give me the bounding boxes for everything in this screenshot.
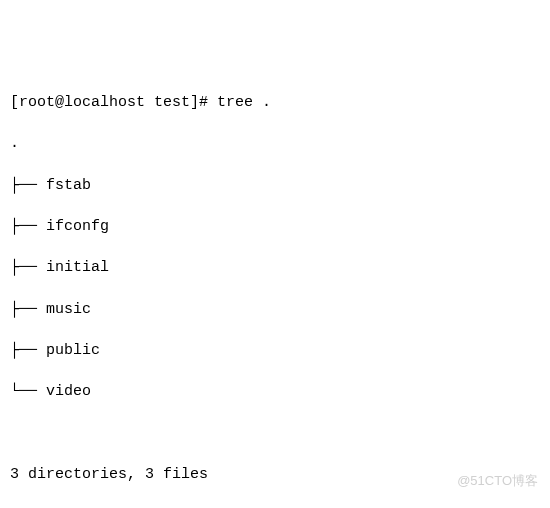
tree1-entry-fstab: ├── fstab bbox=[10, 176, 540, 197]
command-1: tree . bbox=[217, 94, 271, 111]
tree1-dot: . bbox=[10, 134, 540, 155]
tree1-entry-initial: ├── initial bbox=[10, 258, 540, 279]
prompt-1: [root@localhost test]# bbox=[10, 94, 208, 111]
watermark: @51CTO博客 bbox=[457, 472, 538, 490]
tree1-entry-music: ├── music bbox=[10, 300, 540, 321]
tree1-entry-public: ├── public bbox=[10, 341, 540, 362]
blank-line-1 bbox=[10, 424, 540, 445]
tree1-entry-video: └── video bbox=[10, 382, 540, 403]
tree1-entry-ifconfg: ├── ifconfg bbox=[10, 217, 540, 238]
command-line-1: [root@localhost test]# tree . bbox=[10, 93, 540, 114]
